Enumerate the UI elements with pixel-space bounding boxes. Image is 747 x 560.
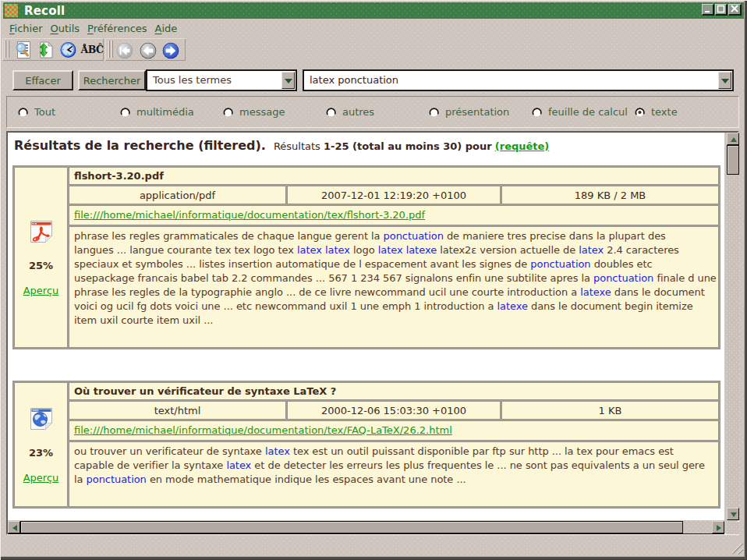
result-1-filename: flshort-3.20.pdf <box>69 167 719 185</box>
previous-page-button[interactable] <box>140 42 158 61</box>
search-button[interactable]: Rechercher <box>78 70 146 90</box>
radio-icon <box>326 107 337 118</box>
results-header: Résultats de la recherche (filtered).Rés… <box>14 138 724 153</box>
search-query-value: latex ponctuation <box>310 74 398 86</box>
result-2-mime: text/html <box>69 401 286 420</box>
result-2-url-link[interactable]: file:///home/michael/informatique/docume… <box>74 424 452 436</box>
filter-option-presentation[interactable]: présentation <box>429 106 509 118</box>
result-1-snippet: phrase les regles grammaticales de chaqu… <box>69 226 719 348</box>
minimize-icon <box>703 5 713 13</box>
filter-option-message[interactable]: message <box>223 106 285 118</box>
handle-groove <box>5 41 6 58</box>
result-item-2: 23% Aperçu Où trouver un vérificateur de… <box>12 381 720 509</box>
result-2-snippet: ou trouver un verificateur de syntaxe la… <box>69 441 719 507</box>
results-title: Résultats de la recherche (filtered). <box>14 138 266 153</box>
menu-aide[interactable]: Aide <box>151 21 182 36</box>
result-1-date: 2007-12-01 12:19:20 +0100 <box>287 186 501 204</box>
maximize-button[interactable] <box>715 4 728 16</box>
radio-icon <box>429 107 440 118</box>
preview-document-button[interactable] <box>14 41 33 59</box>
document-update-icon <box>37 41 55 59</box>
menu-fichier[interactable]: Fichier <box>5 21 47 36</box>
update-index-button[interactable] <box>37 41 55 59</box>
term-explorer-label: ÅBĈ <box>81 44 104 55</box>
result-1-relevance: 25% <box>15 260 67 271</box>
next-page-button[interactable] <box>162 42 181 61</box>
result-1-url-link[interactable]: file:///home/michael/informatique/docume… <box>74 209 425 221</box>
search-query-input[interactable]: latex ponctuation <box>303 69 734 91</box>
radio-icon <box>635 107 646 118</box>
filter-option-multimedia[interactable]: multimédia <box>120 106 194 118</box>
close-button[interactable] <box>728 4 742 16</box>
horizontal-scrollbar[interactable] <box>8 521 724 533</box>
arrow-left-icon <box>12 525 17 531</box>
scroll-up-button[interactable] <box>727 133 739 145</box>
minimize-button[interactable] <box>702 4 714 16</box>
menu-outils[interactable]: Outils <box>47 21 84 36</box>
toolbar-handle-nav[interactable] <box>108 41 115 58</box>
term-explorer-button[interactable]: ÅBĈ <box>82 41 102 58</box>
arrow-first-icon <box>116 42 133 59</box>
result-1-size: 189 KB / 2 MB <box>501 186 719 204</box>
handle-groove <box>8 41 9 58</box>
first-page-button[interactable] <box>116 42 135 61</box>
scroll-left-button[interactable] <box>8 521 20 533</box>
menubar: Fichier Outils Préférences Aide <box>2 19 745 38</box>
result-1-url-cell: file:///home/michael/informatique/docume… <box>69 205 719 225</box>
vertical-scrollbar[interactable] <box>727 133 739 520</box>
result-1-preview: Aperçu <box>15 285 67 296</box>
arrow-left-icon <box>140 42 157 59</box>
result-2-preview-link[interactable]: Aperçu <box>23 472 59 484</box>
result-2-preview: Aperçu <box>15 472 67 484</box>
radio-icon <box>532 107 543 118</box>
resize-grip[interactable] <box>731 544 743 555</box>
statusbar <box>2 538 745 558</box>
scroll-down-button[interactable] <box>727 508 739 520</box>
html-icon <box>29 406 54 431</box>
close-icon <box>729 5 740 13</box>
arrow-up-icon <box>731 137 737 142</box>
result-2-relevance: 23% <box>15 447 67 459</box>
chevron-down-icon <box>721 78 729 84</box>
results-frame: Résultats de la recherche (filtered).Rés… <box>6 131 739 535</box>
result-1-icon-cell: 25% Aperçu <box>14 167 68 348</box>
filter-option-tout[interactable]: Tout <box>18 106 55 118</box>
result-2-size: 1 KB <box>501 401 719 420</box>
recoll-window: Recoll Fichier Outils Préférences Aide <box>0 0 747 560</box>
toolbar-handle-icon[interactable] <box>5 41 11 58</box>
scrollbar-corner <box>727 522 739 534</box>
query-link[interactable]: (requête) <box>495 140 550 152</box>
clock-icon <box>59 41 78 59</box>
document-search-icon <box>14 41 33 59</box>
result-2-filename: Où trouver un vérificateur de syntaxe La… <box>69 382 719 400</box>
filter-category-bar: Tout multimédia message autres présentat… <box>6 96 739 128</box>
results-count: Résultats 1-25 (total au moins 30) pour … <box>274 140 549 152</box>
filter-option-feuille-de-calcul[interactable]: feuille de calcul <box>532 106 628 118</box>
search-mode-select[interactable]: Tous les termes <box>146 69 297 91</box>
handle-groove <box>112 41 113 58</box>
results-list: Résultats de la recherche (filtered).Rés… <box>8 133 724 520</box>
result-1-preview-link[interactable]: Aperçu <box>23 285 59 296</box>
menu-preferences[interactable]: Préférences <box>83 21 150 36</box>
search-query-dropdown-button[interactable] <box>718 72 731 89</box>
titlebar[interactable]: Recoll <box>3 2 744 19</box>
search-mode-value: Tous les termes <box>153 74 232 86</box>
pdf-icon <box>29 219 54 244</box>
horizontal-scrollbar-thumb[interactable] <box>20 521 683 533</box>
sort-by-date-button[interactable] <box>59 41 78 59</box>
scroll-right-button[interactable] <box>712 521 724 533</box>
radio-icon <box>18 107 29 118</box>
clear-button[interactable]: Effacer <box>12 70 73 90</box>
result-item-1: 25% Aperçu flshort-3.20.pdf application/… <box>12 165 720 349</box>
radio-icon <box>120 107 131 118</box>
results-count-range: 1-25 (total au moins 30) pour <box>324 140 492 152</box>
chevron-down-icon <box>285 78 292 84</box>
filter-option-texte[interactable]: texte <box>635 106 678 118</box>
arrow-right-icon <box>162 42 179 59</box>
vertical-scrollbar-thumb[interactable] <box>727 145 739 175</box>
window-title: Recoll <box>24 4 65 18</box>
result-2-url-cell: file:///home/michael/informatique/docume… <box>69 420 719 441</box>
radio-icon <box>223 107 234 118</box>
filter-option-autres[interactable]: autres <box>326 106 374 118</box>
search-mode-dropdown-button[interactable] <box>281 72 295 89</box>
